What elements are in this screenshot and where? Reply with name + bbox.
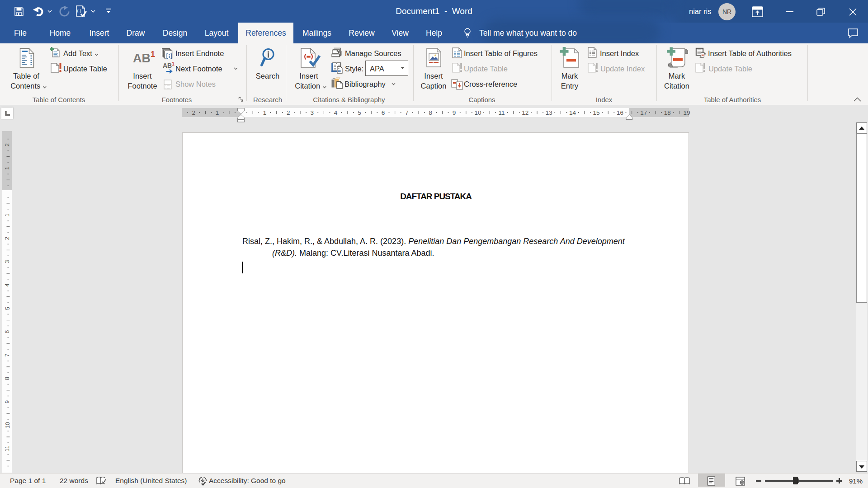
svg-text:1: 1 [216, 109, 219, 116]
svg-text:13: 13 [546, 109, 552, 116]
svg-text:10: 10 [5, 422, 11, 428]
svg-text:7: 7 [405, 109, 409, 116]
svg-text:2: 2 [287, 109, 290, 116]
svg-text:17: 17 [640, 109, 647, 116]
svg-text:3: 3 [5, 260, 11, 263]
svg-text:4: 4 [5, 283, 11, 286]
svg-text:1: 1 [263, 109, 267, 116]
svg-text:12: 12 [522, 109, 528, 116]
svg-text:6: 6 [382, 109, 385, 116]
svg-text:1: 1 [5, 167, 11, 170]
svg-text:3: 3 [310, 109, 314, 116]
svg-text:8: 8 [429, 109, 432, 116]
svg-text:2: 2 [5, 237, 11, 240]
svg-text:8: 8 [5, 377, 11, 380]
svg-text:16: 16 [617, 109, 623, 116]
svg-text:11: 11 [5, 446, 11, 451]
svg-text:2: 2 [5, 143, 11, 146]
svg-text:15: 15 [593, 109, 599, 116]
svg-text:10: 10 [474, 109, 481, 116]
svg-text:6: 6 [5, 330, 11, 333]
svg-text:1: 1 [5, 213, 11, 216]
svg-text:5: 5 [5, 307, 11, 310]
svg-text:9: 9 [453, 109, 456, 116]
svg-text:19: 19 [683, 109, 690, 116]
svg-text:18: 18 [664, 109, 671, 116]
svg-text:14: 14 [569, 109, 576, 116]
svg-text:9: 9 [5, 400, 11, 404]
svg-text:11: 11 [498, 109, 505, 116]
svg-text:5: 5 [358, 109, 361, 116]
svg-text:7: 7 [5, 353, 11, 357]
svg-text:4: 4 [334, 109, 338, 116]
svg-text:2: 2 [192, 109, 195, 116]
